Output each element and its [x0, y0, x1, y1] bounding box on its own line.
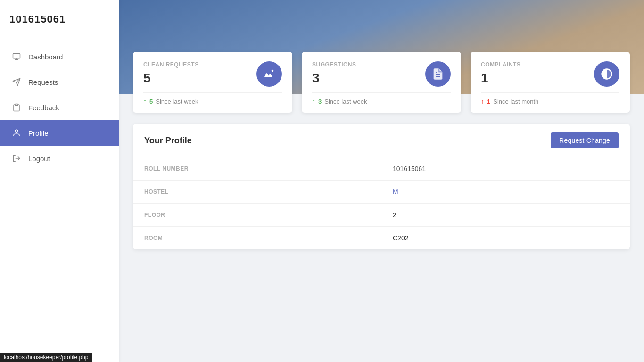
stat-clean-requests-icon: [256, 61, 282, 87]
stat-clean-requests-trend: 5: [149, 98, 153, 105]
arrow-up-icon: ↑: [143, 98, 147, 105]
stat-suggestions-trend-label: Since last week: [324, 98, 367, 105]
stat-complaints-trend-label: Since last month: [493, 98, 538, 105]
stats-row: CLEAN REQUESTS 5 ↑ 5 Since last week SUG…: [119, 52, 644, 113]
svg-point-6: [15, 130, 18, 132]
main-content: CLEAN REQUESTS 5 ↑ 5 Since last week SUG…: [119, 0, 644, 362]
hostel-label: Hostel: [133, 181, 381, 204]
stat-suggestions-trend: 3: [318, 98, 322, 105]
sidebar-item-feedback-label: Feedback: [28, 104, 59, 112]
stat-suggestions-icon: [425, 61, 451, 87]
sidebar-item-requests[interactable]: Requests: [0, 69, 119, 95]
sidebar-item-requests-label: Requests: [28, 78, 58, 86]
sidebar-item-logout[interactable]: Logout: [0, 146, 119, 171]
stat-complaints-footer: ↑ 1 Since last month: [481, 92, 619, 105]
svg-point-9: [272, 70, 274, 72]
stat-clean-requests-label: CLEAN REQUESTS: [143, 61, 199, 68]
table-row-hostel: Hostel M: [133, 181, 630, 204]
svg-rect-0: [13, 53, 20, 58]
stat-complaints-trend: 1: [487, 98, 490, 105]
sidebar-item-feedback[interactable]: Feedback: [0, 95, 119, 120]
profile-card: Your Profile Request Change ROLL NUMBER …: [133, 124, 630, 249]
arrow-down-icon: ↑: [481, 98, 484, 105]
floor-label: Floor: [133, 204, 381, 227]
stat-complaints-value: 1: [481, 71, 520, 86]
hostel-value: M: [381, 181, 630, 204]
sidebar-item-dashboard-label: Dashboard: [28, 53, 63, 61]
logout-icon: [11, 153, 22, 164]
send-icon: [11, 77, 22, 87]
room-value: C202: [381, 227, 630, 250]
sidebar-logo: 101615061: [0, 0, 119, 39]
clipboard-icon: [11, 102, 22, 113]
page-content: Your Profile Request Change ROLL NUMBER …: [119, 113, 644, 362]
stat-suggestions-label: SUGGESTIONS: [312, 61, 356, 68]
svg-rect-5: [15, 104, 18, 106]
stat-suggestions-footer: ↑ 3 Since last week: [312, 92, 451, 105]
monitor-icon: [11, 51, 22, 62]
sidebar-item-dashboard[interactable]: Dashboard: [0, 44, 119, 69]
table-row-roll: ROLL NUMBER 101615061: [133, 157, 630, 181]
stat-card-suggestions: SUGGESTIONS 3 ↑ 3 Since last week: [302, 52, 461, 113]
statusbar: localhost/housekeeper/profile.php: [0, 353, 92, 362]
roll-label: ROLL NUMBER: [133, 157, 381, 181]
profile-title: Your Profile: [144, 136, 192, 146]
arrow-up-icon-2: ↑: [312, 98, 315, 105]
stat-card-clean-requests: CLEAN REQUESTS 5 ↑ 5 Since last week: [133, 52, 292, 113]
statusbar-url: localhost/housekeeper/profile.php: [4, 354, 88, 361]
profile-card-header: Your Profile Request Change: [133, 124, 630, 157]
stat-complaints-label: COMPLAINTS: [481, 61, 520, 68]
sidebar-item-profile-label: Profile: [28, 129, 49, 137]
sidebar-nav: Dashboard Requests Feedback: [0, 44, 119, 171]
stat-clean-requests-trend-label: Since last week: [156, 98, 198, 105]
stat-suggestions-value: 3: [312, 71, 356, 86]
stat-complaints-icon: [594, 61, 619, 87]
sidebar: 101615061 Dashboard Requests: [0, 0, 119, 362]
user-icon: [11, 128, 22, 138]
request-change-button[interactable]: Request Change: [551, 132, 619, 148]
table-row-room: Room C202: [133, 227, 630, 250]
sidebar-item-logout-label: Logout: [28, 155, 50, 163]
sidebar-item-profile[interactable]: Profile: [0, 120, 119, 146]
stat-clean-requests-footer: ↑ 5 Since last week: [143, 92, 282, 105]
profile-table: ROLL NUMBER 101615061 Hostel M Floor 2 R…: [133, 157, 630, 249]
room-label: Room: [133, 227, 381, 250]
floor-value: 2: [381, 204, 630, 227]
table-row-floor: Floor 2: [133, 204, 630, 227]
roll-value: 101615061: [381, 157, 630, 181]
stat-clean-requests-value: 5: [143, 71, 199, 86]
stat-card-complaints: COMPLAINTS 1 ↑ 1 Since last month: [471, 52, 630, 113]
